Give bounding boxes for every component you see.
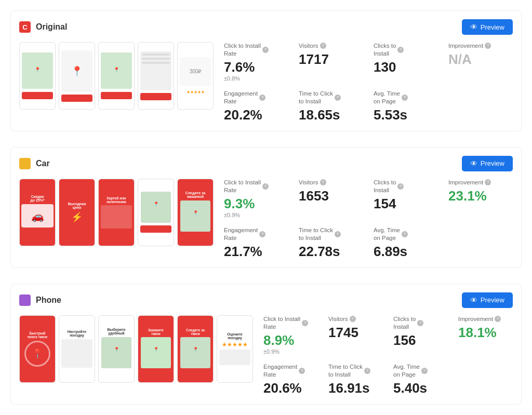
metric-label-text: Time to Clickto Install <box>299 90 333 105</box>
metric-cell <box>448 226 513 259</box>
question-icon[interactable]: ? <box>350 316 356 322</box>
metric-label: Visitors ? <box>328 315 383 323</box>
metrics-row1: Click to InstallRate ? 7.6% ±0.8% Visito… <box>224 42 513 82</box>
metrics-row2: EngagementRate ? 20.2% Time to Clickto I… <box>224 90 513 122</box>
metric-label-text: Avg. Timeon Page <box>374 226 400 242</box>
metric-cell: EngagementRate ? 20.2% <box>224 90 288 122</box>
preview-button[interactable]: 👁 Preview <box>462 19 513 35</box>
question-icon[interactable]: ? <box>259 231 265 237</box>
metric-label: Improvement ? <box>448 179 513 186</box>
metric-label: EngagementRate ? <box>263 363 318 379</box>
metric-label: Time to Clickto Install ? <box>328 363 383 379</box>
metric-label-text: Click to InstallRate <box>263 315 300 331</box>
metrics-container: Click to InstallRate ? 7.6% ±0.8% Visito… <box>224 42 513 123</box>
question-icon[interactable]: ? <box>495 316 501 322</box>
question-icon[interactable]: ? <box>364 368 370 374</box>
metric-value: 1745 <box>328 325 383 340</box>
metric-label-text: Visitors <box>328 315 348 323</box>
metric-cell: EngagementRate ? 21.7% <box>224 226 288 259</box>
variant-content: Скидкадо 25%*🚗 Выгоднаяцена⚡ Картой илин… <box>19 179 513 259</box>
question-icon[interactable]: ? <box>397 47 404 53</box>
metric-label: Visitors ? <box>299 179 363 186</box>
metric-value: 23.1% <box>448 189 513 204</box>
screenshot-thumb: Быстрыйпоиск такси📍 <box>19 315 56 383</box>
metric-value: 21.7% <box>224 244 288 259</box>
metric-cell: Click to InstallRate ? 7.6% ±0.8% <box>224 42 288 82</box>
metric-label-text: Clicks toInstall <box>393 315 416 331</box>
metric-label: Clicks toInstall ? <box>393 315 448 331</box>
metric-value: 16.91s <box>328 381 383 396</box>
metric-value: 20.2% <box>224 108 288 123</box>
variant-header: C Original 👁 Preview <box>19 19 513 35</box>
metric-cell: Improvement ? 18.1% <box>458 315 513 355</box>
metric-cell: Avg. Timeon Page ? 5.40s <box>393 363 448 395</box>
metric-sub: ±0.8% <box>224 75 288 82</box>
metric-label: Click to InstallRate ? <box>224 179 288 194</box>
metric-label: Improvement ? <box>458 315 513 323</box>
metric-sub: ±0.9% <box>263 349 318 355</box>
metric-label-text: EngagementRate <box>224 90 258 105</box>
page-container: C Original 👁 Preview 📍 300₽★★★ <box>0 0 532 415</box>
variant-block-phone: Phone 👁 Preview Быстрыйпоиск такси📍 Наст… <box>10 284 522 405</box>
question-icon[interactable]: ? <box>259 95 265 101</box>
metric-label: Time to Clickto Install ? <box>299 90 363 105</box>
screenshot-thumb: 📍 <box>59 42 95 110</box>
metric-label-text: Avg. Timeon Page <box>374 90 400 105</box>
question-icon[interactable]: ? <box>335 95 341 101</box>
metric-label: Avg. Timeon Page ? <box>374 90 438 105</box>
screenshot-thumb <box>138 179 174 246</box>
metric-label-text: Click to InstallRate <box>224 179 261 194</box>
question-icon[interactable]: ? <box>402 231 408 237</box>
metric-label: Improvement ? <box>448 42 513 50</box>
preview-button[interactable]: 👁 Preview <box>462 156 513 171</box>
screenshot-thumb <box>98 42 135 110</box>
question-icon[interactable]: ? <box>262 183 269 190</box>
metric-value: 156 <box>393 333 448 348</box>
metrics-row2: EngagementRate ? 21.7% Time to Clickto I… <box>224 226 513 259</box>
question-icon[interactable]: ? <box>402 95 408 101</box>
screenshot-thumb: 300₽★★★★★ <box>177 42 214 110</box>
metric-value: 6.89s <box>374 244 438 259</box>
metric-cell: Time to Clickto Install ? 22.78s <box>299 226 363 259</box>
screenshot-thumb: Закажитетакси <box>138 315 174 383</box>
variant-content: Быстрыйпоиск такси📍 Настройтепоездку Выб… <box>19 315 513 396</box>
metric-cell: Improvement ? 23.1% <box>448 179 513 218</box>
question-icon[interactable]: ? <box>302 320 308 326</box>
question-icon[interactable]: ? <box>335 231 341 237</box>
variant-title: Phone <box>36 296 462 305</box>
metric-label-text: Time to Clickto Install <box>328 363 363 379</box>
question-icon[interactable]: ? <box>397 183 404 190</box>
metric-cell: Avg. Timeon Page ? 6.89s <box>374 226 438 259</box>
metric-label: Time to Clickto Install ? <box>299 226 363 242</box>
metric-cell: Visitors ? 1653 <box>299 179 363 218</box>
preview-button[interactable]: 👁 Preview <box>462 292 513 308</box>
metric-cell: EngagementRate ? 20.6% <box>263 363 318 395</box>
metric-label: Avg. Timeon Page ? <box>393 363 448 379</box>
question-icon[interactable]: ? <box>485 43 491 49</box>
question-icon[interactable]: ? <box>299 368 305 374</box>
screenshots-container: 📍 300₽★★★★★ <box>19 42 214 123</box>
eye-icon: 👁 <box>470 296 477 304</box>
metric-sub: ±0.9% <box>224 212 288 218</box>
metric-label-text: Avg. Timeon Page <box>393 363 420 379</box>
question-icon[interactable]: ? <box>417 320 423 326</box>
metric-label-text: Visitors <box>299 42 318 50</box>
question-icon[interactable]: ? <box>320 179 326 185</box>
variant-title: Original <box>36 22 462 32</box>
metrics-row1: Click to InstallRate ? 8.9% ±0.9% Visito… <box>263 315 513 355</box>
metric-label: Clicks toInstall ? <box>374 42 438 58</box>
question-icon[interactable]: ? <box>421 368 428 374</box>
variant-icon <box>19 294 31 306</box>
metric-value: 8.9% <box>263 333 318 348</box>
screenshots-container: Скидкадо 25%*🚗 Выгоднаяцена⚡ Картой илин… <box>19 179 214 259</box>
metric-value: 130 <box>374 60 438 75</box>
screenshot-thumb <box>138 42 174 110</box>
question-icon[interactable]: ? <box>485 179 491 185</box>
metric-label: EngagementRate ? <box>224 90 288 105</box>
screenshot-thumb: Следите замашиной <box>177 179 214 246</box>
metric-value: 20.6% <box>263 381 318 396</box>
metric-label-text: Improvement <box>458 315 493 323</box>
metric-cell <box>458 363 513 395</box>
question-icon[interactable]: ? <box>262 47 269 53</box>
question-icon[interactable]: ? <box>320 43 326 49</box>
